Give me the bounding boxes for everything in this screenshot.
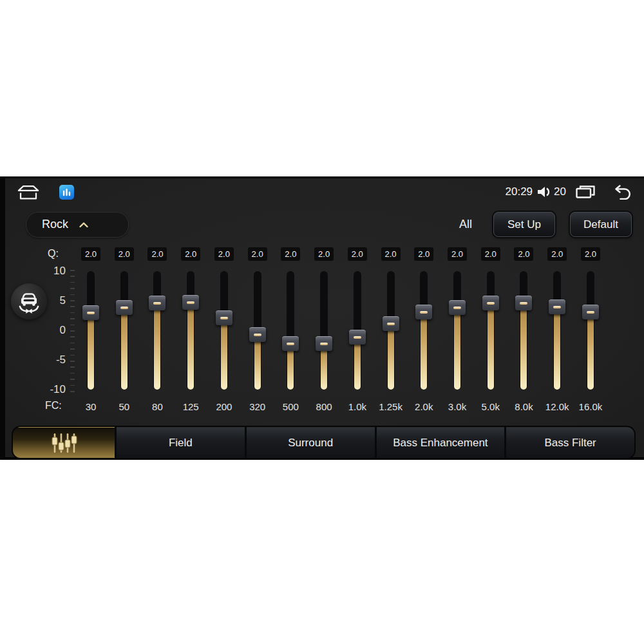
gain-slider[interactable] [216,271,232,390]
db-scale-label: 0 [28,323,66,337]
q-value[interactable]: 2.0 [115,247,134,261]
recent-apps-icon[interactable] [575,184,596,200]
gain-slider[interactable] [316,271,332,390]
preset-label: Rock [42,218,68,231]
bottom-tab-bar: Field Surround Bass Enhancement Bass Fil… [13,427,634,458]
eq-band-2.0k: 2.02.0k [407,243,440,417]
slider-handle[interactable] [549,299,565,314]
status-bar: 20:29 20 [17,182,631,202]
gain-slider[interactable] [415,271,432,390]
slider-handle[interactable] [216,310,232,325]
slider-fill [454,307,460,390]
page: 20:29 20 [0,0,644,644]
q-value[interactable]: 2.0 [181,247,200,261]
all-button[interactable]: All [459,218,472,231]
slider-fill [520,303,527,390]
slider-handle[interactable] [282,336,299,351]
gain-slider[interactable] [482,271,499,390]
gain-slider[interactable] [282,271,299,390]
equalizer-app-icon[interactable] [59,185,74,200]
slider-handle[interactable] [316,336,332,351]
slider-fill [154,303,160,390]
default-button[interactable]: Default [570,212,632,237]
db-scale-label: -5 [28,353,66,367]
slider-handle[interactable] [116,300,133,315]
header-row: Rock All Set Up Default [26,212,632,237]
eq-band-8.0k: 2.08.0k [507,243,540,417]
tab-equalizer[interactable] [13,427,115,458]
eq-band-125: 2.0125 [174,243,207,417]
q-value[interactable]: 2.0 [248,247,267,261]
eq-band-200: 2.0200 [207,243,241,417]
q-value[interactable]: 2.0 [147,247,167,261]
eq-band-30: 2.030 [74,243,108,417]
slider-fill [187,302,194,390]
slider-handle[interactable] [515,296,532,310]
db-scale: 1050-5-10 [28,243,66,417]
volume-level: 20 [554,185,566,198]
q-value[interactable]: 2.0 [81,247,100,261]
gain-slider[interactable] [449,271,466,390]
q-value[interactable]: 2.0 [381,247,401,261]
slider-fill [354,337,361,390]
tab-bass-enhancement[interactable]: Bass Enhancement [377,427,505,458]
q-value[interactable]: 2.0 [214,247,234,261]
eq-band-1.0k: 2.01.0k [341,243,374,417]
q-value[interactable]: 2.0 [448,247,467,261]
q-value[interactable]: 2.0 [481,247,500,261]
q-value[interactable]: 2.0 [581,247,600,261]
status-right: 20:29 20 [506,184,631,200]
slider-handle[interactable] [582,305,599,319]
header-actions: All Set Up Default [459,212,632,237]
slider-fill [121,307,128,390]
slider-fill [554,307,560,390]
preset-dropdown[interactable]: Rock [26,212,129,238]
gain-slider[interactable] [582,271,599,390]
q-value[interactable]: 2.0 [314,247,334,261]
eq-band-800: 2.0800 [307,243,341,417]
q-value[interactable]: 2.0 [514,247,533,261]
speaker-icon [536,185,552,198]
slider-handle[interactable] [482,296,499,310]
gain-slider[interactable] [116,271,133,390]
home-icon[interactable] [17,184,40,200]
gain-slider[interactable] [249,271,266,390]
eq-band-500: 2.0500 [274,243,307,417]
eq-band-50: 2.050 [108,243,141,417]
slider-handle[interactable] [349,330,366,345]
slider-handle[interactable] [82,305,99,320]
slider-fill [488,303,494,390]
tab-bass-filter[interactable]: Bass Filter [506,427,634,458]
car-surround-icon [15,288,43,315]
gain-slider[interactable] [349,271,366,390]
slider-fill [254,334,261,390]
setup-button[interactable]: Set Up [493,212,555,237]
slider-handle[interactable] [449,300,466,315]
slider-fill [388,323,394,390]
gain-slider[interactable] [182,271,199,390]
q-value[interactable]: 2.0 [348,247,367,261]
gain-slider[interactable] [383,271,399,390]
car-surround-button[interactable] [11,283,47,319]
q-value[interactable]: 2.0 [281,247,300,261]
gain-slider[interactable] [82,271,99,390]
q-value[interactable]: 2.0 [547,247,567,261]
gain-slider[interactable] [515,271,532,390]
slider-fill [421,312,427,390]
gain-slider[interactable] [549,271,565,390]
slider-handle[interactable] [149,296,166,310]
eq-band-5.0k: 2.05.0k [474,243,507,417]
tab-field[interactable]: Field [117,427,245,458]
slider-handle[interactable] [249,327,266,342]
equalizer-sliders-icon [49,432,79,454]
slider-handle[interactable] [383,316,399,331]
gain-slider[interactable] [149,271,166,390]
tab-surround[interactable]: Surround [247,427,375,458]
db-scale-label: -10 [28,383,66,397]
q-value[interactable]: 2.0 [414,247,433,261]
head-unit-screen: 20:29 20 [0,176,644,460]
db-scale-label: 10 [28,264,66,278]
slider-handle[interactable] [182,295,199,310]
back-icon[interactable] [612,184,631,200]
slider-handle[interactable] [415,305,432,319]
